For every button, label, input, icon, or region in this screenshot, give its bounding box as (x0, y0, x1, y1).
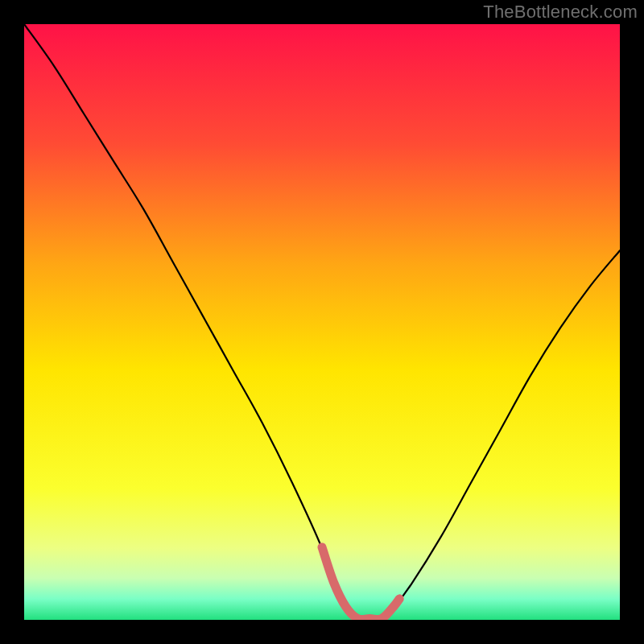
watermark-text: TheBottleneck.com (483, 2, 638, 23)
plot-area (24, 24, 620, 620)
gradient-background (24, 24, 620, 620)
chart-svg (24, 24, 620, 620)
chart-frame: TheBottleneck.com (0, 0, 644, 644)
